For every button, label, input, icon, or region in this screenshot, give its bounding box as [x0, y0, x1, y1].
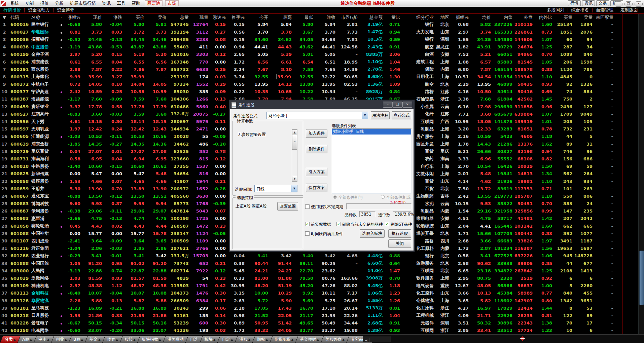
menu-item[interactable]: 功能 [25, 0, 34, 6]
close-icon[interactable]: ✕ [635, 1, 643, 7]
scrollbar-thumb[interactable] [639, 251, 644, 305]
news-dot-icon[interactable] [61, 330, 62, 332]
scroll-down-icon[interactable]: ▼ [292, 176, 297, 182]
news-dot-icon[interactable] [61, 47, 62, 48]
bottom-tab[interactable]: 股转▲ [120, 336, 140, 343]
bottom-tab[interactable]: 债券▲ [103, 336, 122, 343]
table-row[interactable]: 33601888中国国旅1.0591.200.9591.0291.2073743… [0, 260, 644, 267]
column-header-chg[interactable]: 涨跌 [104, 14, 124, 21]
news-dot-icon[interactable] [61, 24, 62, 26]
column-header-dot[interactable]: · [59, 15, 64, 20]
column-header-op[interactable]: 今开 [246, 14, 270, 21]
news-dot-icon[interactable] [61, 293, 62, 295]
bottom-tab[interactable]: 期权▲ [253, 336, 273, 343]
menu-item[interactable]: 帮助 [132, 0, 140, 6]
table-row[interactable]: 4600038中直股份-1.1943.88-0.5343.8743.885540… [0, 43, 644, 51]
column-header-ind[interactable]: 细分行业 [402, 14, 435, 21]
news-dot-icon[interactable] [61, 285, 62, 287]
menu-item-highlight[interactable]: 股票池 [145, 0, 163, 6]
column-header-bid[interactable]: 买价 [124, 14, 146, 21]
close-dialog-button[interactable]: 关闭 [388, 239, 411, 248]
tab-scroll-control[interactable]: ◀ [363, 336, 391, 342]
toolbar-tab[interactable]: 资金博弈 [53, 7, 78, 13]
table-row[interactable]: 2600027华电国际0.813.730.033.723.73392194311… [0, 28, 644, 36]
table-row[interactable]: 39603181皇马科技-1.2316.89-0.2116.8816.89302… [0, 304, 644, 312]
table-row[interactable]: 40603218日月股份1.5321.860.3321.8521.8651161… [0, 312, 644, 319]
execute-pick-button[interactable]: 执行选股 [388, 229, 411, 238]
column-header-spd[interactable]: 涨速% [210, 14, 227, 21]
menu-item[interactable]: 资讯 [102, 0, 111, 6]
radio-all-and[interactable] [333, 195, 337, 199]
column-header-name[interactable]: 名称 [30, 14, 59, 21]
table-row[interactable]: 38603128华贸物流2.265.880.135.875.8826650963… [0, 297, 644, 304]
menu-item[interactable]: 工具 [117, 0, 126, 6]
column-header-reg[interactable]: 地区 [435, 14, 451, 21]
column-header-amp[interactable]: 振幅% [451, 14, 470, 21]
column-header-cur[interactable]: 现量 [190, 14, 210, 21]
column-header-code[interactable]: 代码 [9, 14, 30, 21]
column-header-px[interactable]: 现价 [82, 14, 104, 21]
menu-item[interactable]: 扩展市场行情 [70, 0, 96, 6]
add-condition-button[interactable]: 加入条件 [306, 129, 327, 138]
column-header-amt[interactable]: 总金额 [359, 14, 384, 21]
condition-list[interactable]: 财经小能手 日线 [332, 128, 412, 194]
column-header-ask[interactable]: 卖价 [146, 14, 168, 21]
column-header-pe[interactable]: 市盈(动) [337, 14, 359, 21]
top-button[interactable]: 资讯 [582, 0, 595, 6]
table-row[interactable]: 5600199金种子酒2.975.200.155.195.20161016330… [0, 51, 644, 58]
news-dot-icon[interactable] [61, 315, 62, 317]
save-plan-button[interactable]: 保存方案 [306, 184, 327, 192]
column-header-nwb[interactable]: 内外比 [534, 14, 554, 21]
bottom-tab[interactable]: 板块▲ [200, 336, 220, 343]
formula-combobox[interactable]: 财经小能手 - ▼ [266, 112, 368, 119]
table-row[interactable]: 3600036招商银行-0.5234.45-0.1834.4534.462994… [0, 36, 644, 43]
params-scrollbar[interactable]: ▲ ≡ ▼ [292, 129, 297, 182]
table-scrollbar[interactable] [638, 14, 644, 334]
news-dot-icon[interactable] [61, 39, 62, 41]
menu-item[interactable]: 系统 [10, 0, 19, 6]
chevron-down-icon[interactable]: ▼ [362, 112, 368, 119]
table-row[interactable]: 41603228景旺电子-0.6750.15-0.3450.1550.16532… [0, 319, 644, 327]
radio-all-or[interactable] [381, 195, 385, 199]
column-header-hs[interactable]: 换手% [227, 14, 246, 21]
change-range-button[interactable]: 改变范围 [277, 202, 298, 211]
table-row[interactable]: 6600284浦东建设0.616.550.046.556.56167348770… [0, 58, 644, 66]
bottom-tab[interactable]: 自选 [186, 336, 203, 343]
toolbar-link[interactable]: 综合排名 [568, 7, 592, 13]
column-header-sv[interactable]: 卖量 [574, 14, 594, 21]
bottom-tab[interactable]: A股▲ [18, 336, 36, 343]
bottom-tab[interactable]: B股▲ [69, 336, 87, 343]
table-row[interactable]: 36603109神驰机电2.3748.381.1248.3748.3811350… [0, 282, 644, 290]
tab-scroll-left-icon[interactable]: ◀ [363, 338, 369, 343]
bottom-tab[interactable]: 板块指数▲ [138, 336, 166, 343]
news-dot-icon[interactable] [61, 181, 62, 183]
news-dot-icon[interactable] [61, 211, 62, 213]
column-header-idx[interactable]: ▼ [0, 15, 9, 20]
bottom-tab[interactable]: 创业▲ [51, 336, 71, 343]
bottom-tab[interactable]: 港股▲ [235, 336, 255, 343]
dialog-restore-icon[interactable]: ❐ [393, 102, 402, 108]
toolbar-link[interactable]: 定制版面 [617, 7, 641, 13]
restore-icon[interactable]: ❐ [624, 1, 633, 7]
column-header-wai[interactable]: 外盘 [514, 14, 534, 21]
toolbar-tab[interactable]: 资金驱动力 [25, 7, 53, 13]
import-plan-button[interactable]: 引入方案 [306, 168, 327, 176]
table-row[interactable]: 8600315上海家化9.9935.993.2735.99–2511971740… [0, 73, 644, 80]
checkbox-exclude-st[interactable]: ✓ [385, 222, 389, 226]
table-row[interactable]: 32601288农业银行-0.293.41-0.013.413.42131.5万… [0, 252, 644, 260]
menu-item[interactable]: 分析 [55, 0, 64, 6]
column-header-zf[interactable]: 涨幅% [64, 14, 82, 21]
checkbox-updown-period[interactable] [305, 204, 310, 209]
table-row[interactable]: 10600377宁沪高速2.4210.590.2510.5810.5985030… [0, 88, 644, 96]
bottom-tab[interactable]: 基金理财▲ [295, 336, 323, 343]
column-header-avg[interactable]: 均价 [470, 14, 493, 21]
bottom-tab[interactable]: 基金▲ [85, 336, 105, 343]
bottom-tab[interactable]: 分类▲ [0, 336, 20, 343]
delete-condition-button[interactable]: 删除条件 [306, 145, 327, 153]
menu-item[interactable]: 报价 [40, 0, 49, 6]
pick-to-block-button[interactable]: 选股入板块 [360, 229, 385, 238]
news-dot-icon[interactable] [61, 32, 62, 34]
dialog-titlebar[interactable]: 条件选股 – ❐ ✕ [230, 101, 414, 109]
toolbar-link[interactable]: 自选管理 [593, 7, 617, 13]
period-combobox[interactable]: 日线 ▼ [254, 185, 297, 192]
